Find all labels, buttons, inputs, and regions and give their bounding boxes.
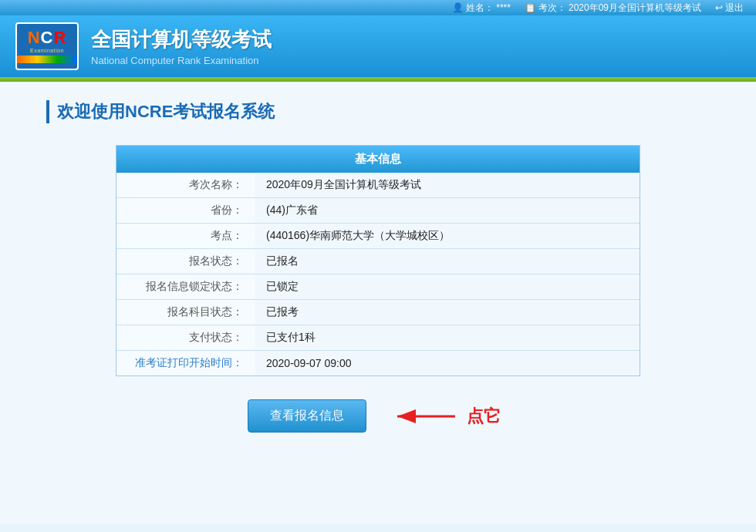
view-registration-button[interactable]: 查看报名信息 (248, 399, 366, 433)
table-value-1: (44)广东省 (255, 198, 640, 224)
header-titles: 全国计算机等级考试 National Computer Rank Examina… (91, 26, 272, 66)
table-label-0: 考次名称： (116, 173, 255, 198)
info-table-header: 基本信息 (116, 146, 640, 173)
username-display: 👤 姓名： **** (452, 2, 511, 15)
table-row: 准考证打印开始时间： 2020-09-07 09:00 (116, 351, 640, 376)
table-label-5: 报名科目状态： (116, 300, 255, 325)
button-area: 查看报名信息 点它 (46, 399, 710, 433)
logo: NCR Examination (15, 22, 79, 70)
table-value-2: (440166)华南师范大学（大学城校区） (255, 224, 640, 249)
table-row: 报名状态： 已报名 (116, 249, 640, 274)
table-label-6: 支付状态： (116, 325, 255, 351)
user-icon: 👤 (452, 2, 464, 13)
logout-button[interactable]: ↩ 退出 (715, 2, 744, 15)
logo-exam-text: Examination (30, 48, 64, 53)
main-content: 欢迎使用NCRE考试报名系统 基本信息 考次名称： 2020年09月全国计算机等… (0, 82, 756, 524)
header-title-en: National Computer Rank Examination (91, 55, 272, 66)
table-value-6: 已支付1科 (255, 325, 640, 351)
exam-label: 考次： (538, 2, 566, 15)
table-label-4: 报名信息锁定状态： (116, 274, 255, 300)
table-row: 考点： (440166)华南师范大学（大学城校区） (116, 224, 640, 249)
table-value-3: 已报名 (255, 249, 640, 274)
annotation-text: 点它 (467, 405, 501, 428)
table-label-1: 省份： (116, 198, 255, 224)
arrow-annotation: 点它 (390, 401, 501, 432)
top-bar: 👤 姓名： **** 📋 考次： 2020年09月全国计算机等级考试 ↩ 退出 (0, 0, 756, 15)
exam-display: 📋 考次： 2020年09月全国计算机等级考试 (525, 2, 701, 15)
info-table: 基本信息 考次名称： 2020年09月全国计算机等级考试 省份： (44)广东省… (116, 145, 640, 376)
header: NCR Examination 全国计算机等级考试 National Compu… (0, 15, 756, 77)
logo-n: N (28, 28, 41, 47)
table-label-3: 报名状态： (116, 249, 255, 274)
table-value-5: 已报考 (255, 300, 640, 325)
logo-color-bar (17, 56, 77, 63)
table-row: 省份： (44)广东省 (116, 198, 640, 224)
logout-label: 退出 (725, 2, 744, 15)
table-row: 报名信息锁定状态： 已锁定 (116, 274, 640, 300)
table-value-0: 2020年09月全国计算机等级考试 (255, 173, 640, 198)
table-row: 报名科目状态： 已报考 (116, 300, 640, 325)
arrow-icon (390, 401, 459, 432)
username-label: 姓名： (466, 2, 494, 15)
table-value-7: 2020-09-07 09:00 (255, 351, 640, 376)
exam-value: 2020年09月全国计算机等级考试 (569, 2, 701, 15)
table-row: 考次名称： 2020年09月全国计算机等级考试 (116, 173, 640, 198)
logo-r: R (53, 28, 66, 47)
info-table-body: 考次名称： 2020年09月全国计算机等级考试 省份： (44)广东省 考点： … (116, 173, 640, 375)
username-value: **** (496, 2, 511, 13)
logo-text: NCR (28, 29, 67, 46)
table-row: 支付状态： 已支付1科 (116, 325, 640, 351)
logout-icon: ↩ (715, 2, 723, 13)
logo-c: C (41, 28, 54, 47)
table-label-7: 准考证打印开始时间： (116, 351, 255, 376)
table-value-4: 已锁定 (255, 274, 640, 300)
table-label-2: 考点： (116, 224, 255, 249)
page-title: 欢迎使用NCRE考试报名系统 (46, 100, 710, 123)
exam-icon: 📋 (525, 2, 536, 13)
header-title-cn: 全国计算机等级考试 (91, 26, 272, 53)
